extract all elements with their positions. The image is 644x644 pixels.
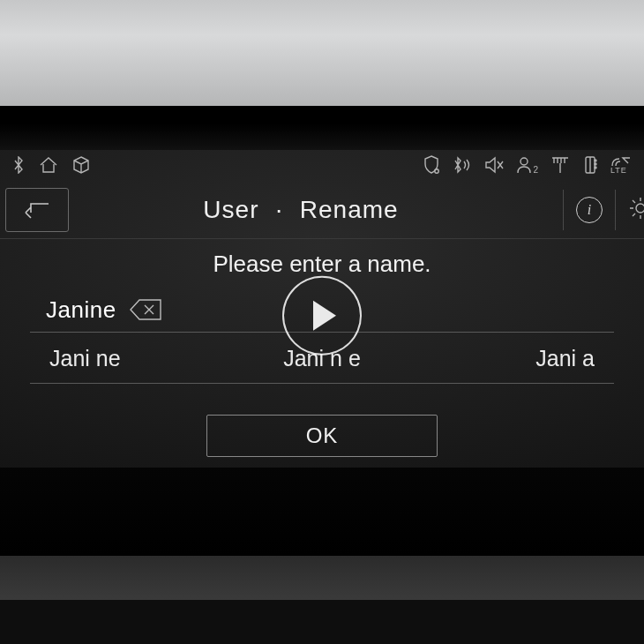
- back-arrow-icon: [22, 200, 52, 220]
- name-input-value: Janine: [30, 296, 116, 324]
- gear-icon: [628, 196, 644, 221]
- suggestion-1[interactable]: Jani ne: [49, 346, 231, 371]
- divider: [0, 238, 644, 239]
- breadcrumb-rename: Rename: [300, 196, 399, 223]
- video-play-button[interactable]: [282, 276, 362, 356]
- user-badge-number: 2: [533, 165, 538, 175]
- phone-signal-icon: [582, 156, 598, 174]
- device-frame: 2 LTE User: [0, 0, 644, 644]
- info-icon: i: [588, 202, 591, 218]
- shield-location-icon: [423, 155, 440, 175]
- breadcrumb-separator: ·: [266, 196, 292, 223]
- lte-icon: LTE: [610, 156, 632, 175]
- suggestion-3[interactable]: Jani a: [413, 346, 595, 371]
- svg-point-0: [435, 169, 438, 173]
- ok-label: OK: [306, 423, 339, 448]
- ok-button[interactable]: OK: [206, 415, 438, 457]
- bezel: [0, 106, 644, 150]
- status-left: [12, 156, 90, 174]
- header: User · Rename i: [0, 183, 644, 236]
- svg-point-1: [520, 158, 528, 165]
- lte-label: LTE: [610, 166, 627, 175]
- play-icon: [313, 301, 336, 331]
- user-badge-icon: 2: [516, 155, 538, 175]
- svg-point-4: [595, 160, 596, 161]
- divider: [615, 190, 616, 230]
- breadcrumb: User · Rename: [51, 196, 550, 224]
- mute-icon: [484, 156, 504, 174]
- divider: [563, 190, 564, 230]
- info-button[interactable]: i: [576, 197, 603, 223]
- svg-point-6: [595, 167, 596, 168]
- cube-icon: [72, 156, 90, 174]
- svg-point-7: [636, 204, 644, 213]
- home-icon: [39, 157, 58, 173]
- status-right: 2 LTE: [423, 155, 632, 175]
- bluetooth-icon: [12, 156, 25, 174]
- header-actions: i: [550, 190, 644, 230]
- settings-button[interactable]: [628, 196, 644, 224]
- antenna-icon: [550, 156, 570, 174]
- backspace-button[interactable]: [129, 298, 164, 321]
- prompt-text: Please enter a name.: [0, 251, 644, 278]
- bluetooth-signal-icon: [453, 156, 472, 174]
- status-bar: 2 LTE: [0, 150, 644, 180]
- backspace-icon: [129, 298, 164, 321]
- svg-point-5: [595, 163, 596, 165]
- breadcrumb-user: User: [203, 196, 258, 223]
